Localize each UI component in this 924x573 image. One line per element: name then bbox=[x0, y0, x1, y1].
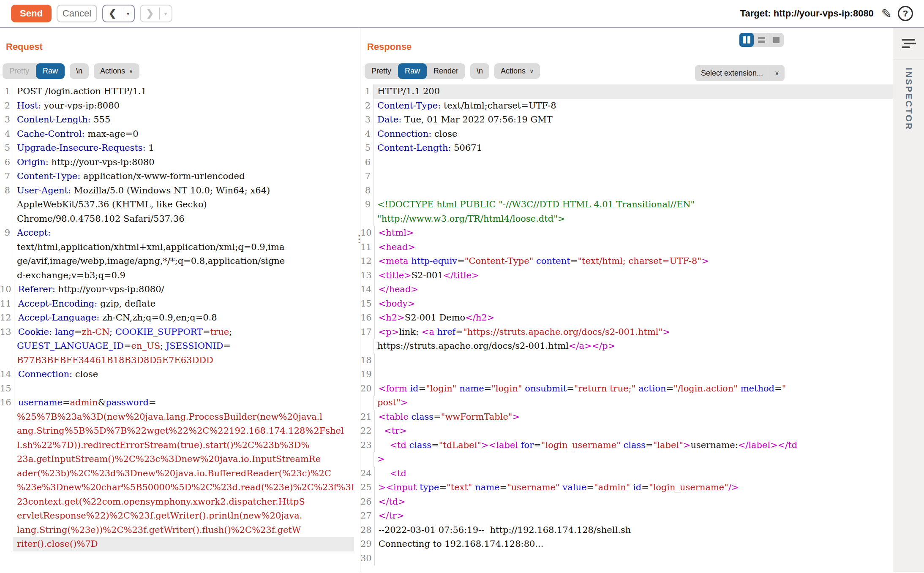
code-text: Accept: bbox=[13, 226, 354, 240]
code-row: Chrome/98.0.4758.102 Safari/537.36 bbox=[0, 212, 354, 226]
line-number bbox=[0, 481, 13, 495]
newline-toggle-button[interactable]: \n bbox=[70, 63, 89, 79]
code-row: 7Content-Type: application/x-www-form-ur… bbox=[0, 169, 354, 184]
code-row: 28--2022-03-01 07:56:19-- http://192.168… bbox=[360, 523, 893, 538]
code-text: text/html,application/xhtml+xml,applicat… bbox=[13, 240, 354, 255]
response-editor[interactable]: 1HTTP/1.1 2002Content-Type: text/html;ch… bbox=[360, 84, 893, 572]
edit-target-pencil-icon[interactable]: ✎ bbox=[881, 6, 892, 21]
line-number: 18 bbox=[360, 353, 374, 368]
code-text: ge/avif,image/webp,image/apng,*/*;q=0.8,… bbox=[13, 254, 354, 269]
code-text: <meta http-equiv="Content-Type" content=… bbox=[374, 254, 893, 269]
code-row: 17<p>link: <a href="https://struts.apach… bbox=[360, 325, 893, 339]
code-text: Content-Length: 555 bbox=[13, 113, 354, 127]
actions-button[interactable]: Actions ∨ bbox=[494, 63, 540, 79]
code-row: 24 <td bbox=[360, 467, 893, 481]
code-row: 15 bbox=[0, 382, 354, 396]
back-chevron-icon[interactable]: ❮ bbox=[103, 8, 122, 19]
code-row: 10<html> bbox=[360, 226, 893, 240]
line-number: 16 bbox=[360, 311, 374, 325]
code-text bbox=[373, 169, 893, 184]
cancel-button[interactable]: Cancel bbox=[57, 5, 97, 22]
line-number: 2 bbox=[0, 99, 13, 113]
code-row: %23e%3Dnew%20char%5B50000%5D%2C%23d.read… bbox=[0, 481, 354, 495]
code-row: 27</tr> bbox=[360, 509, 893, 523]
code-row: 30 bbox=[360, 551, 893, 566]
code-row: 11Accept-Encoding: gzip, deflate bbox=[0, 297, 354, 311]
code-row: 15<body> bbox=[360, 297, 893, 311]
newline-toggle-button[interactable]: \n bbox=[470, 63, 489, 79]
code-text bbox=[374, 367, 893, 382]
code-text bbox=[374, 551, 893, 566]
tab-pretty[interactable]: Pretty bbox=[3, 63, 36, 79]
history-forward-button[interactable]: ❯ ▾ bbox=[140, 5, 172, 22]
code-text: Cookie: lang=zh-CN; COOKIE_SUPPORT=true; bbox=[14, 325, 354, 339]
code-row: 11<head> bbox=[360, 240, 893, 255]
line-number: 11 bbox=[0, 297, 14, 311]
inspector-collapse-icon[interactable] bbox=[902, 39, 916, 50]
code-text: 23a.getInputStream()%2C%23c%3Dnew%20java… bbox=[13, 452, 354, 467]
code-row: 26</td> bbox=[360, 495, 893, 509]
layout-columns-button[interactable] bbox=[739, 33, 754, 47]
code-text: <!DOCTYPE html PUBLIC "-//W3C//DTD HTML … bbox=[373, 198, 893, 212]
code-text: User-Agent: Mozilla/5.0 (Windows NT 10.0… bbox=[13, 184, 354, 198]
code-row: 13<title>S2-001</title> bbox=[360, 269, 893, 283]
code-text: <h2>S2-001 Demo</h2> bbox=[374, 311, 893, 325]
actions-button[interactable]: Actions ∨ bbox=[94, 63, 139, 79]
line-number: 29 bbox=[360, 537, 374, 551]
code-row: 12Accept-Language: zh-CN,zh;q=0.9,en;q=0… bbox=[0, 311, 354, 325]
tab-raw[interactable]: Raw bbox=[398, 63, 427, 79]
panel-splitter[interactable]: ⋮ bbox=[354, 28, 360, 572]
code-row: 1HTTP/1.1 200 bbox=[360, 84, 893, 99]
code-text: d-exchange;v=b3;q=0.9 bbox=[13, 269, 354, 283]
code-text: Cache-Control: max-age=0 bbox=[13, 127, 354, 141]
code-text: <td class="tdLabel"><label for="login_us… bbox=[374, 438, 893, 453]
request-editor[interactable]: 1POST /login.action HTTP/1.12Host: your-… bbox=[0, 84, 354, 572]
line-number: 19 bbox=[360, 367, 374, 382]
line-number: 13 bbox=[360, 269, 374, 283]
tab-render[interactable]: Render bbox=[427, 63, 465, 79]
code-row: 22 <tr> bbox=[360, 424, 893, 438]
line-number: 30 bbox=[360, 551, 374, 566]
code-text: <head> bbox=[374, 240, 893, 255]
response-title: Response bbox=[367, 41, 893, 52]
code-row: l.sh%22%7D)).redirectErrorStream(true).s… bbox=[0, 438, 354, 453]
code-row: 20<form id="login" name="login" onsubmit… bbox=[360, 382, 893, 396]
chevron-down-icon: ∨ bbox=[529, 63, 534, 79]
layout-rows-button[interactable] bbox=[754, 33, 769, 47]
splitter-handle-icon[interactable]: ⋮ bbox=[354, 233, 360, 245]
code-text bbox=[14, 382, 354, 396]
line-number: 12 bbox=[360, 254, 374, 269]
code-text: GUEST_LANGUAGE_ID=en_US; JSESSIONID= bbox=[13, 339, 354, 353]
line-number bbox=[0, 339, 13, 353]
code-text: <title>S2-001</title> bbox=[374, 269, 893, 283]
history-back-button[interactable]: ❮ ▾ bbox=[102, 5, 135, 22]
send-button[interactable]: Send bbox=[11, 5, 52, 22]
line-number: 7 bbox=[360, 169, 373, 184]
layout-single-button[interactable] bbox=[769, 33, 784, 47]
help-icon[interactable]: ? bbox=[898, 6, 913, 21]
line-number bbox=[0, 509, 13, 523]
select-extension-dropdown[interactable]: Select extension... ∨ bbox=[695, 65, 785, 81]
inspector-tab[interactable]: INSPECTOR bbox=[904, 68, 914, 130]
request-view-tabgroup: Pretty Raw bbox=[3, 63, 65, 79]
line-number: 10 bbox=[0, 282, 14, 297]
code-row: 23 <td class="tdLabel"><label for="login… bbox=[360, 438, 893, 453]
code-row: 5Upgrade-Insecure-Requests: 1 bbox=[0, 141, 354, 155]
tab-pretty[interactable]: Pretty bbox=[365, 63, 398, 79]
divider bbox=[893, 60, 924, 60]
top-toolbar: Send Cancel ❮ ▾ ❯ ▾ Target: http://your-… bbox=[0, 0, 924, 28]
line-number: 5 bbox=[360, 141, 373, 155]
tab-raw[interactable]: Raw bbox=[36, 63, 65, 79]
line-number: 22 bbox=[360, 424, 374, 438]
columns-layout-icon bbox=[743, 36, 750, 43]
code-row: 9<!DOCTYPE html PUBLIC "-//W3C//DTD HTML… bbox=[360, 198, 893, 212]
line-number: 8 bbox=[0, 184, 13, 198]
back-dropdown-icon[interactable]: ▾ bbox=[122, 11, 134, 17]
line-number: 16 bbox=[0, 396, 14, 410]
code-text: POST /login.action HTTP/1.1 bbox=[13, 84, 354, 99]
code-text bbox=[373, 184, 893, 198]
code-text: Connection: close bbox=[373, 127, 893, 141]
line-number: 9 bbox=[0, 226, 13, 240]
code-row: 18 bbox=[360, 353, 893, 368]
line-number: 15 bbox=[360, 297, 374, 311]
